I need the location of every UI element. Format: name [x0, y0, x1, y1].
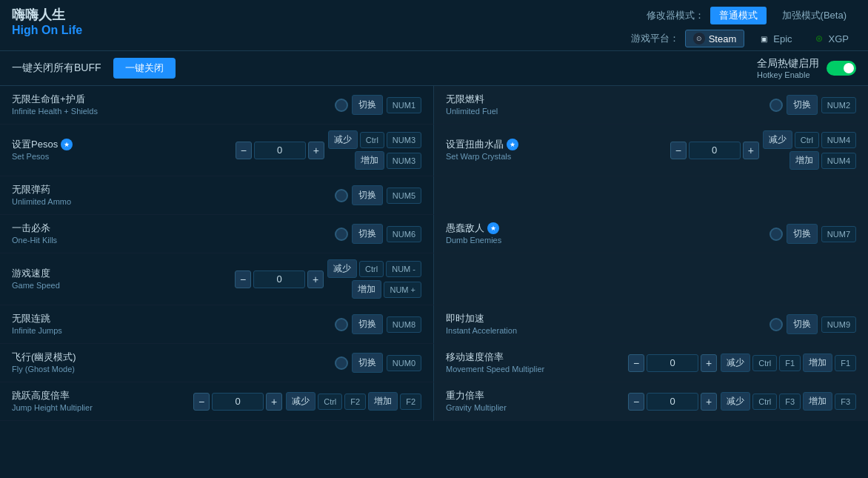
increase-pesos[interactable]: +: [308, 142, 324, 159]
switch-btn-onehit[interactable]: 切换: [352, 224, 383, 244]
key-label-num0: NUM0: [387, 355, 421, 371]
decrease-pesos[interactable]: −: [236, 142, 252, 159]
cheat-cn-accel: 即时加速: [446, 312, 587, 325]
decrease-label-movespeed[interactable]: 减少: [721, 353, 750, 372]
mode-enhanced-button[interactable]: 加强模式(Beta): [772, 6, 856, 25]
decrease-jumpheight[interactable]: −: [193, 393, 210, 411]
header-right: 修改器模式： 普通模式 加强模式(Beta) 游戏平台： ⊙ Steam ▣ E…: [631, 6, 856, 47]
increase-label-jumpheight[interactable]: 增加: [368, 392, 398, 411]
value-jumpheight[interactable]: [212, 393, 264, 411]
decrease-label-jumpheight[interactable]: 减少: [286, 392, 316, 411]
mode-label: 修改器模式：: [647, 9, 704, 22]
keys-jumpheight: 减少 Ctrl F2 增加 F2: [286, 392, 421, 411]
keys-gravity: 减少 Ctrl F3 增加 F3: [721, 392, 856, 411]
cheat-controls-dumb: 切换 NUM7: [587, 224, 856, 244]
cheat-cn-pesos: 设置Pesos ★: [12, 138, 153, 151]
cheat-info-onehit: 一击必杀 One-Hit Kills: [12, 222, 153, 245]
key-label-num1: NUM1: [387, 97, 421, 113]
key-label-num7: NUM7: [821, 226, 856, 242]
cheat-cn-gravity: 重力倍率: [446, 389, 587, 402]
increase-label-pesos[interactable]: 增加: [355, 151, 384, 170]
increase-label-gravity[interactable]: 增加: [803, 392, 832, 411]
toggle-onehit[interactable]: [335, 228, 348, 241]
decrease-label-warp[interactable]: 减少: [763, 130, 792, 149]
cheat-cn-gamespeed: 游戏速度: [12, 267, 153, 280]
value-pesos[interactable]: [254, 142, 306, 159]
decrease-label-pesos[interactable]: 减少: [328, 130, 358, 149]
close-all-button[interactable]: 一键关闭: [113, 58, 176, 79]
mode-normal-button[interactable]: 普通模式: [710, 7, 767, 24]
value-gamespeed[interactable]: [253, 270, 305, 288]
increase-label-warp[interactable]: 增加: [789, 151, 819, 170]
num-controls-jumpheight: − +: [193, 393, 282, 411]
value-warp[interactable]: [689, 142, 741, 159]
increase-label-movespeed[interactable]: 增加: [803, 353, 832, 372]
ctrl-label-warp: Ctrl: [795, 132, 819, 148]
hotkey-labels: 全局热键启用 Hotkey Enable: [757, 57, 819, 79]
increase-gravity[interactable]: +: [701, 393, 717, 411]
cheat-cn-fly: 飞行(幽灵模式): [12, 351, 153, 364]
decrease-label-gravity[interactable]: 减少: [721, 392, 750, 411]
switch-btn-fuel[interactable]: 切换: [787, 95, 818, 115]
increase-jumpheight[interactable]: +: [266, 393, 282, 411]
platform-epic-label: Epic: [773, 33, 792, 44]
cheat-en-warp: Set Warp Crystals: [446, 151, 587, 162]
increase-movespeed[interactable]: +: [701, 354, 717, 372]
cheat-row-fly: 飞行(幽灵模式) Fly (Ghost Mode) 切换 NUM0: [0, 344, 434, 382]
key-label-num8: NUM8: [387, 316, 421, 333]
toggle-accel[interactable]: [769, 318, 783, 331]
decrease-movespeed[interactable]: −: [628, 354, 644, 372]
keys-movespeed: 减少 Ctrl F1 增加 F1: [721, 353, 856, 372]
platform-epic-button[interactable]: ▣ Epic: [750, 30, 799, 47]
platform-steam-label: Steam: [709, 33, 737, 44]
key-num3-dec: NUM3: [387, 132, 421, 148]
cheat-info-fuel: 无限燃料 Unlimited Fuel: [446, 93, 587, 116]
value-movespeed[interactable]: [647, 354, 698, 372]
cheat-en-accel: Instant Acceleration: [446, 325, 587, 336]
platform-xgp-button[interactable]: ⊛ XGP: [806, 30, 856, 47]
toggle-jumps[interactable]: [335, 318, 348, 331]
cheat-en-gravity: Gravity Multiplier: [446, 402, 587, 413]
keys-pesos: 减少 Ctrl NUM3 增加 NUM3: [328, 130, 421, 170]
cheat-info-movespeed: 移动速度倍率 Movement Speed Multiplier: [446, 351, 587, 374]
key-label-num6: NUM6: [387, 226, 421, 242]
cheat-cn-jumps: 无限连跳: [12, 312, 153, 325]
decrease-gamespeed[interactable]: −: [235, 270, 251, 288]
toggle-dumb[interactable]: [769, 228, 783, 241]
decrease-gravity[interactable]: −: [628, 393, 644, 411]
decrease-label-gamespeed[interactable]: 减少: [327, 259, 357, 278]
increase-label-gamespeed[interactable]: 增加: [352, 280, 381, 299]
cheat-row-warp: 设置扭曲水晶 ★ Set Warp Crystals − + 减少 Ctrl N…: [434, 125, 868, 176]
toggle-fly[interactable]: [335, 356, 348, 370]
value-gravity[interactable]: [647, 393, 698, 411]
cheat-info-jumpheight: 跳跃高度倍率 Jump Height Multiplier: [12, 389, 153, 413]
num-controls-gamespeed: − +: [235, 270, 324, 288]
cheat-en-fuel: Unlimited Fuel: [446, 106, 587, 116]
switch-btn-health[interactable]: 切换: [352, 95, 383, 115]
cheat-grid: 无限生命值+护盾 Infinite Health + Shields 切换 NU…: [0, 86, 868, 421]
increase-gamespeed[interactable]: +: [307, 270, 324, 288]
num-controls-movespeed: − +: [628, 354, 717, 372]
toggle-fuel[interactable]: [769, 99, 783, 112]
cheat-row-gamespeed: 游戏速度 Game Speed − + 减少 Ctrl NUM - 增加: [0, 253, 434, 305]
increase-warp[interactable]: +: [743, 142, 759, 159]
switch-btn-jumps[interactable]: 切换: [352, 314, 383, 334]
cheat-info-health: 无限生命值+护盾 Infinite Health + Shields: [12, 93, 153, 116]
switch-btn-accel[interactable]: 切换: [787, 314, 818, 334]
platform-steam-button[interactable]: ⊙ Steam: [685, 30, 745, 47]
switch-btn-ammo[interactable]: 切换: [352, 185, 383, 205]
key-numminus: NUM -: [386, 261, 421, 277]
decrease-warp[interactable]: −: [670, 142, 687, 159]
ctrl-label-movespeed: Ctrl: [752, 355, 777, 371]
cheat-info-accel: 即时加速 Instant Acceleration: [446, 312, 587, 336]
cheat-info-gravity: 重力倍率 Gravity Multiplier: [446, 389, 587, 413]
switch-btn-dumb[interactable]: 切换: [787, 224, 818, 244]
key-row-inc-gamespeed: 增加 NUM +: [352, 280, 421, 299]
cheat-en-onehit: One-Hit Kills: [12, 235, 153, 245]
switch-btn-fly[interactable]: 切换: [352, 353, 383, 373]
toggle-ammo[interactable]: [335, 189, 348, 202]
hotkey-toggle[interactable]: [827, 61, 856, 76]
cheat-en-health: Infinite Health + Shields: [12, 106, 153, 116]
toggle-health[interactable]: [335, 99, 348, 112]
cheat-info-gamespeed: 游戏速度 Game Speed: [12, 267, 153, 291]
